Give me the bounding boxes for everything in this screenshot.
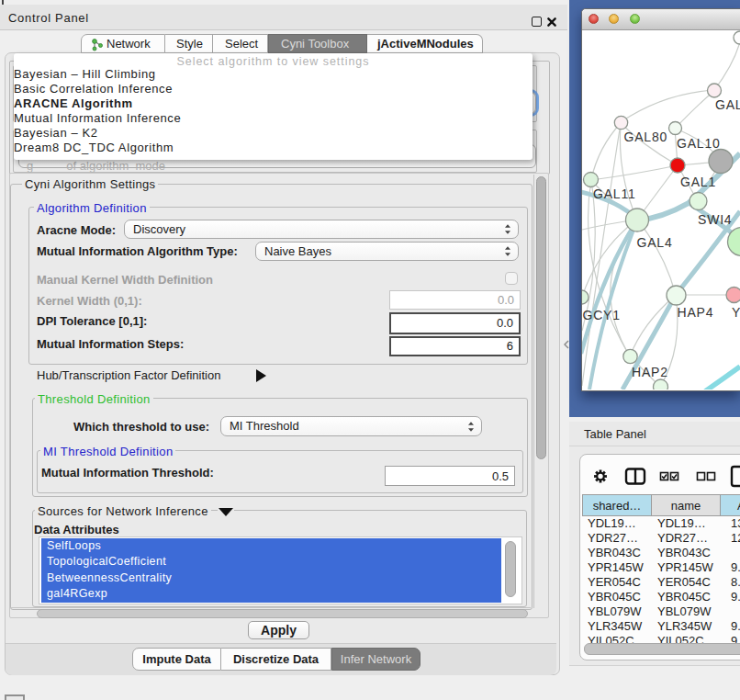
- svg-text:GAL7: GAL7: [715, 97, 740, 112]
- svg-text:HAP2: HAP2: [632, 365, 668, 379]
- svg-text:GAL1: GAL1: [680, 175, 716, 189]
- svg-text:HAP4: HAP4: [678, 305, 714, 320]
- svg-text:SWI4: SWI4: [698, 212, 732, 227]
- svg-text:GAL4: GAL4: [637, 235, 673, 250]
- svg-text:Y: Y: [732, 305, 740, 320]
- svg-text:GCY1: GCY1: [583, 308, 621, 322]
- svg-text:GAL10: GAL10: [677, 136, 721, 151]
- svg-text:GAL80: GAL80: [624, 130, 668, 144]
- svg-text:GAL11: GAL11: [593, 186, 636, 201]
